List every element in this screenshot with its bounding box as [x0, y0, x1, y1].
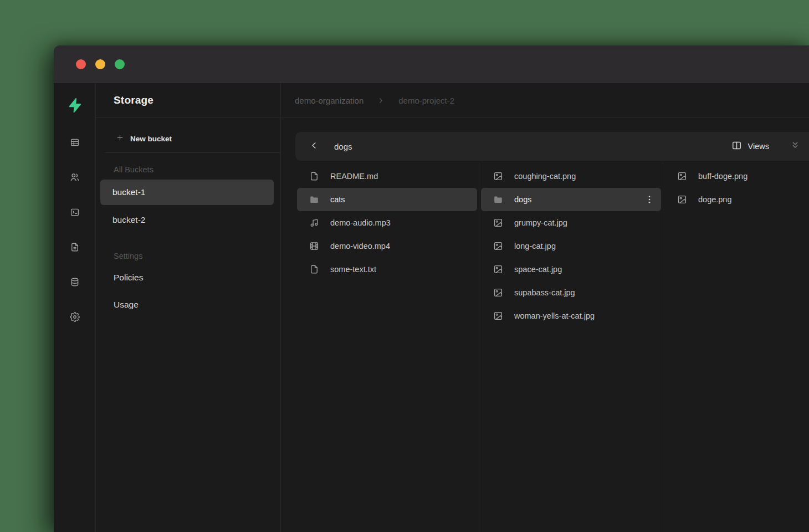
folder-icon: [309, 195, 319, 204]
columns-icon: [731, 140, 742, 152]
file-name: space-cat.jpg: [514, 265, 562, 274]
breadcrumb-item-demo-organization[interactable]: demo-organization: [295, 96, 363, 105]
chevron-right-icon: [377, 96, 385, 105]
file-row-coughing-cat.png[interactable]: coughing-cat.png: [481, 165, 661, 188]
sidebar-divider: [105, 152, 280, 153]
file-name: doge.png: [698, 195, 731, 204]
file-row-some-text.txt[interactable]: some-text.txt: [297, 258, 477, 281]
image-icon: [677, 195, 687, 204]
file-row-demo-video.mp4[interactable]: demo-video.mp4: [297, 234, 477, 258]
file-row-space-cat.jpg[interactable]: space-cat.jpg: [481, 258, 661, 281]
app-window: Storage New bucket All Buckets bucket-1b…: [54, 45, 809, 532]
file-column-2: coughing-cat.pngdogsgrumpy-cat.jpglong-c…: [479, 163, 663, 532]
file-column-3: buff-doge.pngdoge.png: [663, 163, 809, 532]
file-name: cats: [330, 195, 345, 204]
image-icon: [493, 264, 503, 274]
image-icon: [493, 311, 503, 321]
file-name: dogs: [514, 195, 531, 204]
table-icon: [70, 137, 80, 147]
new-bucket-label: New bucket: [130, 135, 172, 143]
audio-icon: [309, 218, 319, 228]
file-name: buff-doge.png: [698, 172, 747, 181]
file-row-demo-audio.mp3[interactable]: demo-audio.mp3: [297, 211, 477, 234]
sidebar-item-bucket-2[interactable]: bucket-2: [100, 207, 274, 233]
folder-row-dogs[interactable]: dogs: [481, 188, 661, 211]
rail-file-text-button[interactable]: [68, 241, 81, 254]
chevrons-down-icon: [790, 140, 800, 152]
rail-database-button[interactable]: [68, 275, 81, 289]
file-icon: [309, 171, 319, 181]
video-icon: [309, 241, 319, 251]
page-title: Storage: [114, 94, 153, 106]
storage-explorer: dogs Views README.mdcatsdemo-audio.mp3de…: [281, 118, 809, 532]
file-name: README.md: [330, 172, 378, 181]
sidebar-body: New bucket All Buckets bucket-1bucket-2 …: [96, 118, 280, 318]
back-button[interactable]: [308, 140, 320, 152]
rail-gear-button[interactable]: [68, 310, 81, 324]
file-row-doge.png[interactable]: doge.png: [665, 188, 807, 211]
file-row-README.md[interactable]: README.md: [297, 165, 477, 188]
lightning-bolt-icon[interactable]: [66, 90, 83, 121]
file-name: coughing-cat.png: [514, 172, 576, 181]
explorer-toolbar: dogs Views: [295, 132, 809, 161]
file-columns: README.mdcatsdemo-audio.mp3demo-video.mp…: [295, 163, 809, 532]
image-icon: [493, 241, 503, 251]
sidebar-item-label: Usage: [114, 300, 139, 310]
folder-icon: [493, 195, 503, 204]
gear-icon: [70, 312, 80, 322]
current-folder-label: dogs: [334, 142, 352, 151]
kebab-menu-icon[interactable]: [644, 195, 654, 204]
file-column-1: README.mdcatsdemo-audio.mp3demo-video.mp…: [295, 163, 479, 532]
zoom-window-button[interactable]: [115, 59, 125, 69]
file-icon: [309, 264, 319, 274]
file-row-supabass-cat.jpg[interactable]: supabass-cat.jpg: [481, 281, 661, 304]
rail-table-button[interactable]: [68, 136, 81, 149]
views-button[interactable]: Views: [731, 140, 769, 152]
sidebar-item-bucket-1[interactable]: bucket-1: [100, 180, 274, 205]
file-name: demo-audio.mp3: [330, 218, 391, 227]
database-icon: [70, 277, 80, 287]
file-name: woman-yells-at-cat.jpg: [514, 311, 595, 320]
file-name: supabass-cat.jpg: [514, 288, 575, 297]
file-row-grumpy-cat.jpg[interactable]: grumpy-cat.jpg: [481, 211, 661, 234]
settings-label: Settings: [114, 252, 280, 260]
storage-sidebar: Storage New bucket All Buckets bucket-1b…: [96, 83, 281, 532]
file-row-buff-doge.png[interactable]: buff-doge.png: [665, 165, 807, 188]
image-icon: [493, 171, 503, 181]
file-name: long-cat.jpg: [514, 242, 556, 250]
views-button-label: Views: [748, 142, 769, 151]
bucket-list: bucket-1bucket-2: [96, 180, 280, 233]
all-buckets-label: All Buckets: [114, 165, 280, 174]
close-window-button[interactable]: [76, 59, 86, 69]
folder-row-cats[interactable]: cats: [297, 188, 477, 211]
terminal-icon: [70, 207, 80, 217]
file-name: some-text.txt: [330, 265, 376, 274]
rail-terminal-button[interactable]: [68, 206, 81, 219]
primary-nav-rail: [54, 83, 96, 532]
image-icon: [493, 218, 503, 228]
minimize-window-button[interactable]: [95, 59, 105, 69]
file-row-woman-yells-at-cat.jpg[interactable]: woman-yells-at-cat.jpg: [481, 304, 661, 328]
image-icon: [677, 171, 687, 181]
file-name: demo-video.mp4: [330, 242, 390, 250]
collapse-button[interactable]: [790, 140, 800, 152]
plus-icon: [116, 134, 124, 144]
file-text-icon: [70, 242, 80, 252]
breadcrumb-item-demo-project-2[interactable]: demo-project-2: [398, 96, 454, 105]
rail-users-button[interactable]: [68, 171, 81, 184]
sidebar-item-policies[interactable]: Policies: [96, 264, 280, 291]
users-icon: [70, 172, 80, 182]
chevron-left-icon: [309, 140, 319, 153]
sidebar-header: Storage: [96, 83, 280, 118]
sidebar-item-label: Policies: [114, 273, 143, 283]
bucket-name: bucket-1: [112, 187, 145, 197]
new-bucket-button[interactable]: New bucket: [96, 126, 280, 152]
file-row-long-cat.jpg[interactable]: long-cat.jpg: [481, 234, 661, 258]
settings-list: PoliciesUsage: [96, 264, 280, 318]
app-body: Storage New bucket All Buckets bucket-1b…: [54, 83, 809, 532]
sidebar-item-usage[interactable]: Usage: [96, 291, 280, 318]
breadcrumb: demo-organizationdemo-project-2: [281, 83, 809, 118]
window-titlebar: [54, 45, 809, 83]
bucket-name: bucket-2: [112, 215, 145, 225]
file-name: grumpy-cat.jpg: [514, 218, 567, 227]
